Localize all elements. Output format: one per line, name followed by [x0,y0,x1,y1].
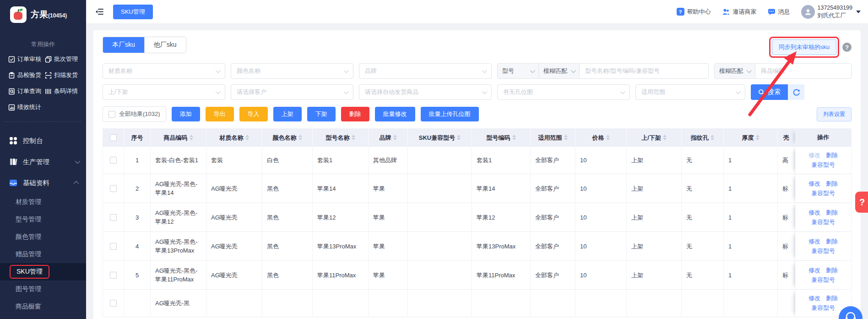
compat-model-link[interactable]: 兼容型号 [811,189,835,198]
column-header-SKU兼容型号[interactable]: SKU兼容型号 [408,129,472,146]
modify-link[interactable]: 修改 [808,151,820,160]
delete-link[interactable]: 删除 [826,151,838,160]
column-header-厚度[interactable]: 厚度 [724,129,778,146]
filter-select-请选择自动发货商品[interactable]: 请选择自动发货商品 [359,84,492,100]
quick-op-扫描发货[interactable]: 扫描发货 [45,71,81,79]
row-checkbox[interactable] [110,157,117,164]
sidebar-collapse-icon[interactable] [95,7,104,16]
quick-op-订单查询[interactable]: 订单查询 [8,87,45,95]
filter-select-材质名称[interactable]: 材质名称 [103,63,225,79]
delete-link[interactable]: 删除 [826,180,838,188]
tab-本厂sku[interactable]: 本厂sku [103,37,144,53]
column-header-指纹孔[interactable]: 指纹孔 [682,129,724,146]
page-tab-sku[interactable]: SKU管理 [113,5,153,19]
list-settings-button[interactable]: 列表设置 [817,107,852,121]
cell-compat [408,174,472,203]
row-checkbox[interactable] [110,185,117,192]
quick-op-条码详情[interactable]: 条码详情 [45,87,81,95]
compat-model-link[interactable]: 兼容型号 [811,304,835,312]
sidebar-item-控制台[interactable]: 控制台 [0,130,86,151]
下架-button[interactable]: 下架 [307,107,336,121]
filter-select-颜色名称[interactable]: 颜色名称 [231,63,353,79]
feedback-help-float-button[interactable]: ? [855,192,868,213]
row-checkbox[interactable] [110,243,117,250]
compat-model-link[interactable]: 兼容型号 [811,276,835,284]
导出-button[interactable]: 导出 [206,107,234,121]
cell-fp: 无 [682,232,724,260]
quick-op-批次管理[interactable]: 批次管理 [45,55,81,63]
上架-button[interactable]: 上架 [273,107,302,121]
row-checkbox[interactable] [110,214,117,221]
column-header-上/下架[interactable]: 上/下架 [627,129,682,146]
sync-help-icon[interactable]: ? [842,43,852,52]
filter-select-适用范围[interactable]: 适用范围 [635,84,745,100]
model-search-input[interactable]: 型号名称/型号编码/兼容型号 [580,64,708,78]
modify-link[interactable]: 修改 [808,209,820,217]
select-all-box[interactable]: 全部结果(1032) [103,106,166,122]
column-header-壳[interactable]: 壳 [778,129,795,146]
delete-link[interactable]: 删除 [826,294,838,302]
sidebar-item-基础资料[interactable]: 基础资料 [0,172,86,193]
compat-model-link[interactable]: 兼容型号 [811,161,835,169]
barcode-icon [45,88,52,95]
quick-op-品检验货[interactable]: 品检验货 [8,71,45,79]
delete-link[interactable]: 删除 [826,266,838,275]
sidebar-item-SKU管理[interactable]: SKU管理 [0,263,86,280]
sidebar-item-生产管理[interactable]: 生产管理 [0,151,86,172]
quick-op-订单审核[interactable]: 订单审核 [8,55,45,63]
delete-link[interactable]: 删除 [826,209,838,217]
modify-link[interactable]: 修改 [808,180,820,188]
filter-select-品牌[interactable]: 品牌 [359,63,492,79]
filter-select-请选择客户[interactable]: 请选择客户 [231,84,353,100]
row-checkbox[interactable] [110,300,117,307]
compat-model-link[interactable]: 兼容型号 [811,247,835,255]
search-button[interactable]: 搜索 [751,84,788,100]
model-field-select[interactable]: 型号 [498,64,539,78]
filter-select-上/下架[interactable]: 上/下架 [103,84,225,100]
select-all-checkbox[interactable] [108,111,115,118]
code-match-select[interactable]: 模糊匹配 [715,64,755,78]
header-checkbox[interactable] [110,134,117,141]
tab-他厂sku[interactable]: 他厂sku [144,37,186,53]
sync-unaudited-sku-button[interactable]: 同步到未审核的sku [772,39,836,55]
sidebar-item-型号管理[interactable]: 型号管理 [0,211,86,228]
sidebar-item-颜色管理[interactable]: 颜色管理 [0,228,86,246]
invite-merchant-button[interactable]: 邀请商家 [722,8,757,16]
sidebar-item-商品橱窗[interactable]: 商品橱窗 [0,298,86,315]
code-search-input[interactable]: 商品编码 [755,64,851,78]
delete-link[interactable]: 删除 [826,237,838,246]
column-header-型号名称[interactable]: 型号名称 [313,129,369,146]
column-header-适用范围[interactable]: 适用范围 [531,129,575,146]
help-center-button[interactable]: ? 帮助中心 [677,8,711,16]
model-match-select[interactable]: 模糊匹配 [539,64,580,78]
refresh-button[interactable] [788,84,804,100]
column-header-型号编码[interactable]: 型号编码 [472,129,531,146]
sidebar-item-赠品管理[interactable]: 赠品管理 [0,246,86,263]
messages-button[interactable]: 消息 [768,8,790,16]
删除-button[interactable]: 删除 [341,107,369,121]
添加-button[interactable]: 添加 [172,107,200,121]
filter-select-有无孔位图[interactable]: 有无孔位图 [497,84,630,100]
sku-table: 序号商品编码材质名称颜色名称型号名称品牌SKU兼容型号型号编码适用范围价格上/下… [103,128,852,317]
column-header-品牌[interactable]: 品牌 [369,129,408,146]
row-checkbox[interactable] [110,272,117,279]
批量修改-button[interactable]: 批量修改 [375,107,415,121]
column-header-颜色名称[interactable]: 颜色名称 [262,129,313,146]
批量上传孔位图-button[interactable]: 批量上传孔位图 [421,107,479,121]
compat-model-link[interactable]: 兼容型号 [811,218,835,226]
modify-link[interactable]: 修改 [808,294,820,302]
modify-link[interactable]: 修改 [808,266,820,275]
cell-price: 10 [575,174,627,203]
column-header-序号[interactable]: 序号 [124,129,151,146]
sidebar: 方果(10454) 常用操作 订单审核批次管理品检验货扫描发货订单查询条码详情绩… [0,0,86,319]
sort-icon [564,135,568,140]
导入-button[interactable]: 导入 [239,107,268,121]
sidebar-item-材质管理[interactable]: 材质管理 [0,193,86,211]
quick-op-绩效统计[interactable]: 绩效统计 [8,103,45,111]
sidebar-item-图号管理[interactable]: 图号管理 [0,280,86,298]
column-header-商品编码[interactable]: 商品编码 [151,129,206,146]
modify-link[interactable]: 修改 [808,237,820,246]
account-menu[interactable]: 13725493199 刘氏代工厂 [801,4,861,20]
column-header-价格[interactable]: 价格 [575,129,627,146]
column-header-材质名称[interactable]: 材质名称 [206,129,262,146]
